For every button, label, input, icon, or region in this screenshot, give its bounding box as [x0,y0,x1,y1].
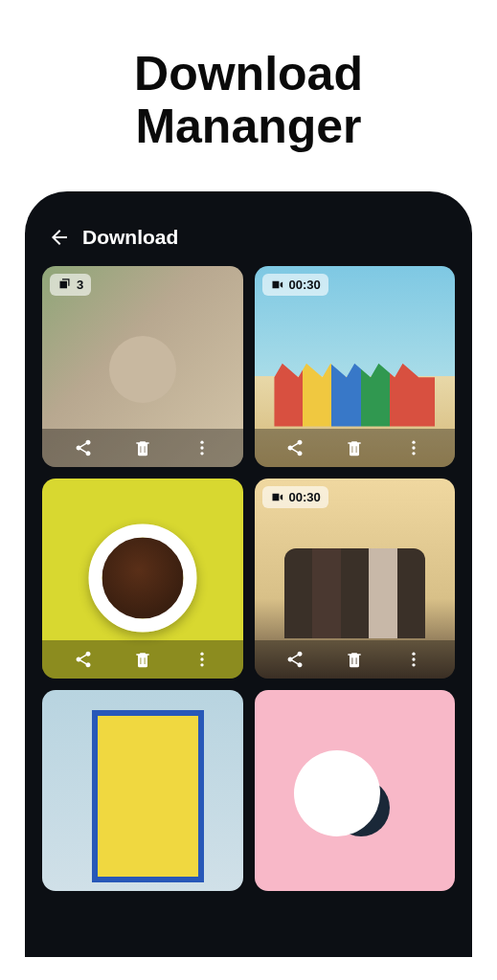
share-icon [74,650,93,669]
phone-frame: Download 3 00:30 [25,191,472,957]
svg-point-7 [200,657,203,660]
stack-badge: 3 [50,274,91,296]
delete-button[interactable] [133,438,152,457]
share-button[interactable] [74,438,93,457]
svg-point-2 [200,452,203,455]
more-vertical-icon [404,650,423,669]
trash-icon [133,438,152,457]
thumbnail-image [42,690,243,891]
video-icon [270,490,284,504]
more-vertical-icon [404,438,423,457]
promo-title-line2: Mananger [19,100,478,153]
more-button[interactable] [404,650,423,669]
promo-title: Download Mananger [0,0,497,191]
delete-button[interactable] [133,650,152,669]
card-actions [255,429,456,467]
svg-point-1 [200,446,203,449]
trash-icon [345,438,364,457]
share-icon [285,650,305,669]
media-grid: 3 00:30 [42,266,455,891]
media-card[interactable] [255,690,456,891]
thumbnail-image [255,690,456,891]
media-card[interactable]: 00:30 [255,266,456,467]
svg-point-0 [200,440,203,443]
share-icon [74,438,93,457]
media-card[interactable] [42,690,243,891]
share-button[interactable] [74,650,93,669]
back-button[interactable] [48,226,71,249]
svg-point-11 [412,663,415,666]
svg-point-6 [200,653,203,656]
card-actions [42,640,243,679]
svg-point-3 [412,440,415,443]
app-header: Download [42,218,455,266]
more-button[interactable] [192,650,212,669]
media-card[interactable]: 00:30 [255,479,456,679]
media-card[interactable] [42,479,243,679]
video-badge: 00:30 [262,274,328,296]
badge-text: 3 [77,278,83,292]
svg-point-8 [200,663,203,666]
card-actions [255,640,456,679]
trash-icon [345,650,364,669]
svg-point-10 [412,657,415,660]
more-button[interactable] [192,438,212,457]
more-vertical-icon [192,438,212,457]
video-badge: 00:30 [262,486,328,508]
header-title: Download [82,226,178,249]
svg-point-9 [412,653,415,656]
badge-text: 00:30 [289,278,321,292]
stack-icon [57,278,72,292]
more-vertical-icon [192,650,212,669]
more-button[interactable] [404,438,423,457]
promo-title-line1: Download [19,48,478,100]
share-button[interactable] [285,650,305,669]
trash-icon [133,650,152,669]
arrow-left-icon [48,226,71,249]
share-icon [285,438,305,457]
svg-point-5 [412,452,415,455]
share-button[interactable] [285,438,305,457]
card-actions [42,429,243,467]
svg-point-4 [412,446,415,449]
badge-text: 00:30 [289,490,321,504]
video-icon [270,278,284,292]
media-card[interactable]: 3 [42,266,243,467]
delete-button[interactable] [345,438,364,457]
delete-button[interactable] [345,650,364,669]
